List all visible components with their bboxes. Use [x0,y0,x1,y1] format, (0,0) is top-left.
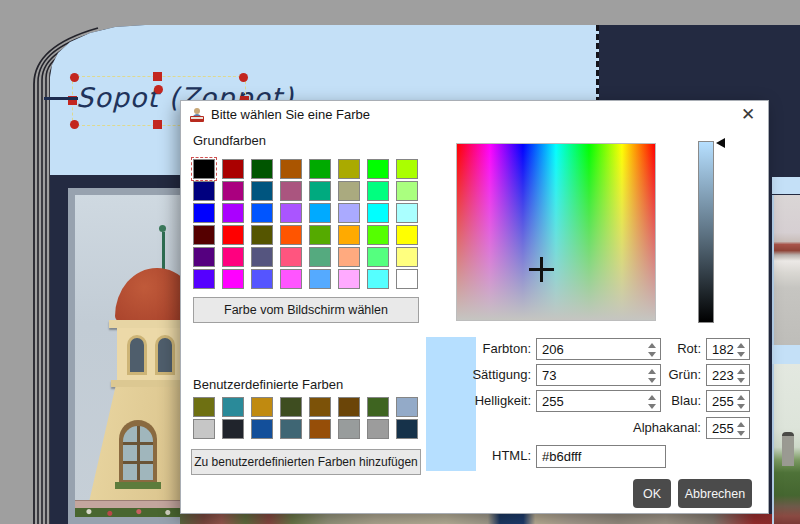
color-swatch[interactable] [367,419,389,439]
color-swatch[interactable] [222,159,244,179]
pick-screen-color-button[interactable]: Farbe vom Bildschirm wählen [193,297,419,323]
color-swatch[interactable] [338,181,360,201]
dialog-title-bar[interactable]: Bitte wählen Sie eine Farbe ✕ [181,101,768,129]
color-swatch[interactable] [338,203,360,223]
cancel-button[interactable]: Abbrechen [678,479,752,508]
color-swatch[interactable] [367,225,389,245]
slider-arrow-icon[interactable] [716,138,725,148]
color-swatch[interactable] [193,159,215,179]
color-swatch[interactable] [396,203,418,223]
color-swatch[interactable] [280,397,302,417]
color-swatch[interactable] [222,269,244,289]
color-swatch[interactable] [222,419,244,439]
color-swatch[interactable] [367,397,389,417]
color-swatch[interactable] [222,203,244,223]
html-color-input[interactable]: #b6dfff [536,445,666,468]
color-swatch[interactable] [309,247,331,267]
color-swatch[interactable] [222,247,244,267]
green-spinbox[interactable]: 223 [706,364,750,386]
add-custom-color-button[interactable]: Zu benutzerdefinierten Farben hinzufügen [191,449,421,475]
color-swatch[interactable] [309,181,331,201]
red-spinbox[interactable]: 182 [706,338,750,360]
ok-button[interactable]: OK [633,479,671,508]
color-swatch[interactable] [193,397,215,417]
hue-label: Farbton: [431,338,531,360]
spinner-arrows-icon[interactable] [737,342,746,358]
color-swatch[interactable] [280,225,302,245]
color-swatch[interactable] [309,203,331,223]
color-swatch[interactable] [280,269,302,289]
color-swatch[interactable] [309,159,331,179]
color-swatch[interactable] [251,397,273,417]
color-swatch[interactable] [251,203,273,223]
color-swatch[interactable] [193,225,215,245]
color-swatch[interactable] [251,181,273,201]
color-swatch[interactable] [396,181,418,201]
color-swatch[interactable] [193,419,215,439]
selection-handle[interactable] [239,73,248,82]
color-swatch[interactable] [367,203,389,223]
color-swatch[interactable] [338,225,360,245]
color-swatch[interactable] [309,397,331,417]
basic-colors-label: Grundfarben [193,133,266,148]
color-swatch[interactable] [309,419,331,439]
color-swatch[interactable] [251,159,273,179]
spinner-arrows-icon[interactable] [737,421,746,437]
selection-handle[interactable] [153,72,162,81]
lighthouse-photo[interactable] [772,364,800,524]
color-swatch[interactable] [280,203,302,223]
color-swatch[interactable] [251,269,273,289]
color-swatch[interactable] [222,181,244,201]
color-swatch[interactable] [396,225,418,245]
color-swatch[interactable] [396,419,418,439]
color-swatch[interactable] [193,247,215,267]
color-swatch[interactable] [367,159,389,179]
color-swatch[interactable] [396,397,418,417]
spinner-arrows-icon[interactable] [737,368,746,384]
brightness-slider[interactable] [698,141,714,323]
pier-photo[interactable] [772,195,800,345]
color-swatch[interactable] [280,247,302,267]
color-swatch[interactable] [193,203,215,223]
color-swatch[interactable] [222,397,244,417]
color-swatch[interactable] [367,181,389,201]
color-swatch[interactable] [396,269,418,289]
color-swatch[interactable] [338,159,360,179]
color-swatch[interactable] [280,159,302,179]
page-gap-strip [772,177,800,194]
rotation-handle[interactable] [154,85,163,94]
color-swatch[interactable] [338,247,360,267]
color-swatch[interactable] [280,419,302,439]
blue-spinbox[interactable]: 255 [706,390,750,412]
custom-colors-label: Benutzerdefinierte Farben [193,377,343,392]
color-swatch[interactable] [338,419,360,439]
color-swatch[interactable] [338,397,360,417]
color-swatch[interactable] [193,181,215,201]
tower-photo [75,195,191,517]
photo-frame[interactable] [68,188,198,524]
tower-window-pane [123,426,153,480]
color-swatch[interactable] [338,269,360,289]
color-swatch[interactable] [251,247,273,267]
color-swatch[interactable] [193,269,215,289]
turret-arch [155,335,175,375]
red-label: Rot: [601,338,701,360]
color-swatch[interactable] [309,225,331,245]
page-gap-strip [772,345,800,364]
color-swatch[interactable] [280,181,302,201]
color-swatch[interactable] [367,247,389,267]
color-swatch[interactable] [251,419,273,439]
hue-saturation-field[interactable] [456,143,656,321]
selection-handle[interactable] [70,120,79,129]
alpha-spinbox[interactable]: 255 [706,417,750,439]
color-swatch[interactable] [309,269,331,289]
color-swatch[interactable] [396,159,418,179]
color-swatch[interactable] [396,247,418,267]
selection-handle[interactable] [70,73,79,82]
close-icon[interactable]: ✕ [731,103,765,127]
selection-handle[interactable] [153,120,162,129]
color-swatch[interactable] [251,225,273,245]
color-swatch[interactable] [222,225,244,245]
spinner-arrows-icon[interactable] [737,394,746,410]
color-swatch[interactable] [367,269,389,289]
